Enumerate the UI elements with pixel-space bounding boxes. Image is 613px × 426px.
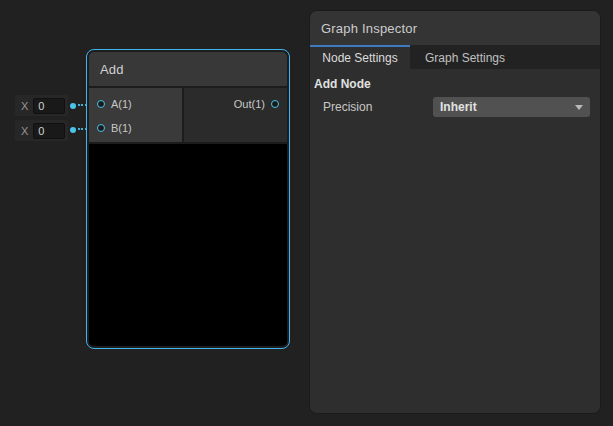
input-ports: A(1) B(1) bbox=[89, 88, 182, 142]
tab-graph-settings[interactable]: Graph Settings bbox=[410, 45, 520, 69]
port-row-out: Out(1) bbox=[184, 92, 287, 116]
tab-label: Node Settings bbox=[322, 51, 397, 65]
dropdown-value: Inherit bbox=[440, 100, 477, 114]
panel-title-bar[interactable]: Graph Inspector bbox=[310, 11, 600, 45]
axis-label: X bbox=[21, 100, 28, 112]
port-row-b: B(1) bbox=[89, 116, 182, 140]
edge-connector-dot[interactable] bbox=[70, 103, 76, 109]
precision-row: Precision Inherit bbox=[310, 97, 600, 117]
output-port-icon[interactable] bbox=[271, 100, 279, 108]
input-port-icon[interactable] bbox=[97, 100, 105, 108]
chevron-down-icon bbox=[575, 105, 583, 110]
node-preview-area bbox=[89, 144, 287, 346]
tab-node-settings[interactable]: Node Settings bbox=[310, 45, 410, 69]
input-default-widget-a: X 0 bbox=[15, 95, 68, 116]
port-label: B(1) bbox=[111, 122, 132, 134]
inspector-tab-bar: Node Settings Graph Settings bbox=[310, 45, 600, 69]
value-field-a[interactable]: 0 bbox=[33, 98, 65, 114]
port-label: A(1) bbox=[111, 98, 132, 110]
tab-label: Graph Settings bbox=[425, 51, 505, 65]
panel-title: Graph Inspector bbox=[321, 21, 417, 36]
graph-inspector-panel: Graph Inspector Node Settings Graph Sett… bbox=[309, 10, 601, 414]
precision-label: Precision bbox=[323, 100, 433, 114]
node-title: Add bbox=[100, 62, 124, 77]
input-default-widget-b: X 0 bbox=[15, 120, 68, 141]
edge-connector-dot[interactable] bbox=[70, 127, 76, 133]
section-title: Add Node bbox=[314, 77, 600, 91]
axis-label: X bbox=[21, 125, 28, 137]
node-ports: A(1) B(1) Out(1) bbox=[89, 88, 287, 142]
precision-dropdown[interactable]: Inherit bbox=[433, 97, 590, 117]
port-label: Out(1) bbox=[234, 98, 265, 110]
input-port-icon[interactable] bbox=[97, 124, 105, 132]
shader-node-add[interactable]: Add A(1) B(1) Out(1) bbox=[86, 49, 290, 349]
inspector-body: Add Node Precision Inherit bbox=[310, 69, 600, 413]
port-row-a: A(1) bbox=[89, 92, 182, 116]
node-title-bar[interactable]: Add bbox=[89, 52, 287, 86]
value-field-b[interactable]: 0 bbox=[33, 123, 65, 139]
output-ports: Out(1) bbox=[184, 88, 287, 142]
